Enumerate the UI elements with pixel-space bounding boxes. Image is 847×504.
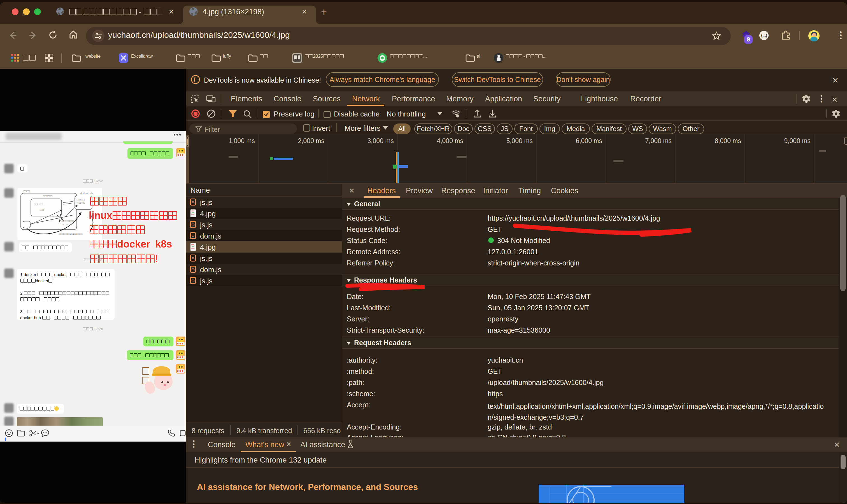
svg-text:□□3: □□3 <box>40 209 44 211</box>
svg-text:docker hub: docker hub <box>81 192 93 195</box>
svg-text:□□□□□□□: □□□□□□□ <box>51 215 60 218</box>
svg-text:□□2 □□1: □□2 □□1 <box>77 199 85 201</box>
svg-text:□□□□□□□□docker□□□□: □□□□□□□□docker□□□□ <box>59 233 82 235</box>
svg-text:□□□□: □□□□ <box>23 190 30 193</box>
svg-text:□□□ □□□□□: □□□ □□□□□ <box>62 220 74 222</box>
svg-text:□□□□□□: □□□□□□ <box>43 195 52 198</box>
svg-text:□□2 □□1: □□2 □□1 <box>34 203 43 205</box>
svg-text:9: 9 <box>747 36 750 43</box>
svg-text:□□4□□5: □□4□□5 <box>77 202 85 204</box>
